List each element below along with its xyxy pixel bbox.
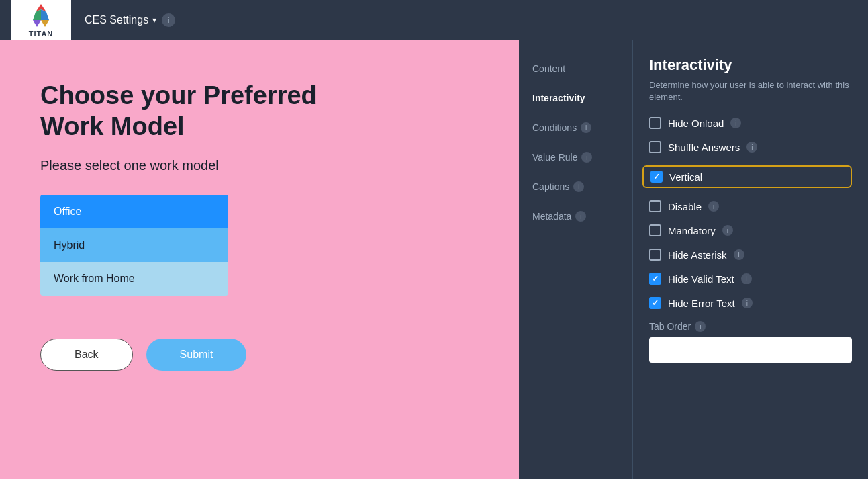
- checkbox-info-icon-1[interactable]: i: [746, 142, 757, 153]
- checkbox-mandatory[interactable]: [649, 224, 661, 236]
- logo-text: TITAN: [29, 30, 54, 38]
- checkbox-hide-error-text[interactable]: [649, 297, 661, 309]
- checkbox-info-icon-3[interactable]: i: [708, 201, 719, 212]
- checkbox-label-7: Hide Error Text: [668, 298, 735, 309]
- submit-button[interactable]: Submit: [146, 339, 247, 371]
- nav-item-content[interactable]: Content: [519, 54, 632, 83]
- titan-logo-icon: [28, 3, 54, 30]
- preview-subtitle: Please select one work model: [40, 158, 479, 173]
- checkbox-row-hide-valid-text: Hide Valid Texti: [649, 273, 852, 285]
- tab-order-label: Tab Order i: [649, 321, 852, 332]
- choice-wfh[interactable]: Work from Home: [40, 262, 228, 296]
- checkbox-hide-asterisk[interactable]: [649, 249, 661, 261]
- settings-panel: Interactivity Determine how your user is…: [633, 40, 868, 479]
- checkbox-label-4: Mandatory: [668, 225, 716, 236]
- choices-list: Office Hybrid Work from Home: [40, 195, 228, 296]
- nav-info-icon-3[interactable]: i: [581, 152, 592, 163]
- checkbox-row-shuffle-answers: Shuffle Answersi: [649, 141, 852, 153]
- nav-item-value-rule[interactable]: Value Rulei: [519, 142, 632, 172]
- tab-order-info-icon[interactable]: i: [695, 321, 706, 332]
- checkbox-label-1: Shuffle Answers: [668, 142, 740, 153]
- ces-settings-label: CES Settings: [85, 14, 148, 26]
- nav-item-interactivity[interactable]: Interactivity: [519, 83, 632, 113]
- checkbox-row-mandatory: Mandatoryi: [649, 224, 852, 236]
- checkbox-vertical[interactable]: [650, 171, 663, 183]
- checkbox-label-2: Vertical: [669, 171, 702, 183]
- button-row: Back Submit: [40, 339, 479, 371]
- chevron-down-icon: ▾: [152, 15, 156, 25]
- choice-hybrid[interactable]: Hybrid: [40, 228, 228, 262]
- back-button[interactable]: Back: [40, 339, 133, 371]
- checkbox-row-hide-error-text: Hide Error Texti: [649, 297, 852, 309]
- nav-info-icon-2[interactable]: i: [581, 122, 591, 133]
- checkbox-label-0: Hide Onload: [668, 118, 724, 129]
- nav-item-conditions[interactable]: Conditionsi: [519, 113, 632, 142]
- preview-panel: Choose your Preferred Work Model Please …: [0, 40, 519, 479]
- nav-panel: ContentInteractivityConditionsiValue Rul…: [519, 40, 633, 479]
- checkbox-hide-onload[interactable]: [649, 117, 661, 129]
- checkbox-row-vertical: Vertical: [642, 165, 852, 188]
- tab-order-input[interactable]: [649, 337, 852, 363]
- checkbox-row-disable: Disablei: [649, 200, 852, 212]
- nav-info-icon-4[interactable]: i: [573, 181, 584, 192]
- checkbox-label-5: Hide Asterisk: [668, 249, 727, 261]
- checkbox-shuffle-answers[interactable]: [649, 141, 661, 153]
- checkbox-hide-valid-text[interactable]: [649, 273, 661, 285]
- logo-area: TITAN: [11, 0, 71, 40]
- checkbox-info-icon-7[interactable]: i: [742, 298, 753, 308]
- top-bar: TITAN CES Settings ▾ i: [0, 0, 868, 40]
- settings-title: Interactivity: [649, 56, 852, 74]
- checkbox-info-icon-0[interactable]: i: [730, 118, 741, 128]
- preview-title: Choose your Preferred Work Model: [40, 81, 376, 142]
- choice-office[interactable]: Office: [40, 195, 228, 228]
- nav-item-metadata[interactable]: Metadatai: [519, 202, 632, 231]
- nav-info-icon-5[interactable]: i: [575, 211, 586, 222]
- checkbox-label-6: Hide Valid Text: [668, 273, 734, 285]
- checkbox-info-icon-6[interactable]: i: [741, 273, 752, 284]
- main-content: Choose your Preferred Work Model Please …: [0, 40, 868, 479]
- checkbox-info-icon-4[interactable]: i: [722, 225, 733, 236]
- right-sidebar: ContentInteractivityConditionsiValue Rul…: [519, 40, 868, 479]
- ces-info-icon[interactable]: i: [162, 13, 175, 27]
- checkbox-label-3: Disable: [668, 201, 702, 212]
- settings-description: Determine how your user is able to inter…: [649, 79, 852, 103]
- checkbox-row-hide-asterisk: Hide Asteriski: [649, 249, 852, 261]
- nav-item-captions[interactable]: Captionsi: [519, 172, 632, 202]
- ces-settings-button[interactable]: CES Settings ▾: [85, 14, 156, 26]
- checkbox-disable[interactable]: [649, 200, 661, 212]
- checkbox-info-icon-5[interactable]: i: [734, 249, 744, 260]
- checkbox-row-hide-onload: Hide Onloadi: [649, 117, 852, 129]
